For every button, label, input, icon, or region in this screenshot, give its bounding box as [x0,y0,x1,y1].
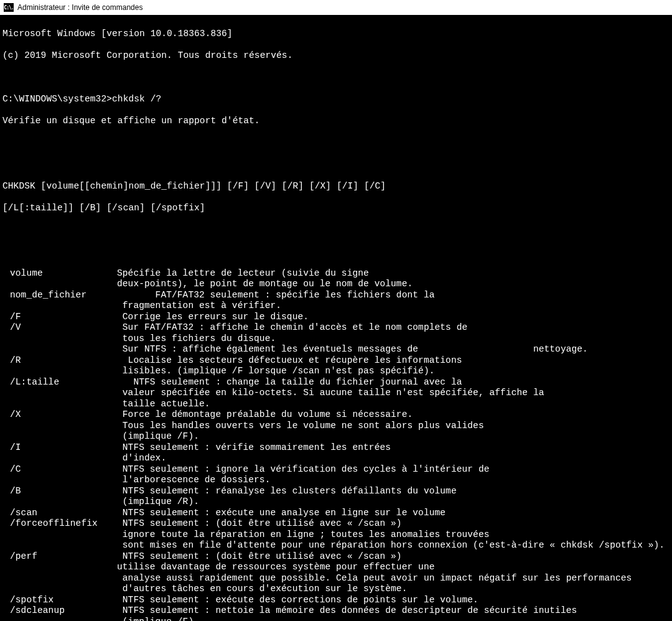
option-key: /sdcleanup [2,605,117,617]
option-description: lisibles. (implique /F lorsque /scan n'e… [117,366,670,377]
version-line: Microsoft Windows [version 10.0.18363.83… [2,29,670,40]
option-key [2,617,117,622]
option-description: sont mises en file d'attente pour une ré… [117,540,670,551]
option-key [2,388,117,399]
option-description: (implique /R). [117,497,670,508]
terminal-output[interactable]: Microsoft Windows [version 10.0.18363.83… [0,15,672,621]
blank-line [2,246,670,258]
option-description: deux-points), le point de montage ou le … [117,279,670,290]
option-key: /R [2,355,117,367]
option-key [2,366,117,377]
option-key: /L:taille [2,377,117,388]
option-key [2,301,117,312]
option-key [2,475,117,486]
option-description: analyse aussi rapidement que possible. C… [117,573,670,584]
option-row: d'index. [2,453,670,464]
option-description: Localise les secteurs défectueux et récu… [117,355,670,367]
option-description: Force le démontage préalable du volume s… [117,409,670,421]
option-row: ignore toute la réparation en ligne ; to… [2,530,670,541]
option-key [2,344,117,355]
option-description: Sur NTFS : affiche également les éventue… [117,344,670,355]
option-row: l'arborescence de dossiers. [2,475,670,486]
option-row: analyse aussi rapidement que possible. C… [2,573,670,584]
option-description: (implique /F). [117,431,670,442]
option-row: lisibles. (implique /F lorsque /scan n'e… [2,366,670,377]
option-description: NTFS seulement : change la taille du fic… [117,377,670,388]
option-row: deux-points), le point de montage ou le … [2,279,670,290]
option-description: Spécifie la lettre de lecteur (suivie du… [117,268,670,279]
option-description: FAT/FAT32 seulement : spécifie les fichi… [117,290,670,301]
option-key: nom_de_fichier [2,290,117,301]
option-row: fragmentation est à vérifier. [2,301,670,312]
option-key [2,453,117,464]
option-row: /X Force le démontage préalable du volum… [2,409,670,421]
option-row: d'autres tâches en cours d'exécution sur… [2,584,670,595]
option-key: /scan [2,508,117,519]
option-key [2,562,117,573]
option-row: nom_de_fichier FAT/FAT32 seulement : spé… [2,290,670,301]
option-row: /R Localise les secteurs défectueux et r… [2,355,670,367]
option-description: d'index. [117,453,670,464]
option-row: /forceofflinefix NTFS seulement : (doit … [2,518,670,530]
option-description: d'autres tâches en cours d'exécution sur… [117,584,670,595]
option-row: (implique /R). [2,497,670,508]
option-key: /F [2,312,117,323]
window-titlebar[interactable]: C:\. Administrateur : Invite de commande… [0,0,672,15]
options-list: volumeSpécifie la lettre de lecteur (sui… [2,268,670,622]
option-row: volumeSpécifie la lettre de lecteur (sui… [2,268,670,279]
option-row: /perf NTFS seulement : (doit être utilis… [2,551,670,563]
blank-line [2,159,670,170]
option-row: sont mises en file d'attente pour une ré… [2,540,670,551]
option-description: tous les fichiers du disque. [117,334,670,345]
option-row: /B NTFS seulement : réanalyse les cluste… [2,486,670,497]
option-key [2,431,117,442]
option-key: /forceofflinefix [2,518,117,530]
option-description: utilise davantage de ressources système … [117,562,670,573]
option-key [2,279,117,290]
syntax-line: CHKDSK [volume[[chemin]nom_de_fichier]]]… [2,181,670,192]
option-row: /scan NTFS seulement : exécute une analy… [2,508,670,519]
option-row: /spotfix NTFS seulement : exécute des co… [2,595,670,606]
cmd-icon: C:\. [4,3,14,12]
option-description: NTFS seulement : réanalyse les clusters … [117,486,670,497]
option-description: NTFS seulement : vérifie sommairement le… [117,442,670,454]
window-title: Administrateur : Invite de commandes [17,3,142,12]
option-description: NTFS seulement : nettoie la mémoire des … [117,605,670,617]
option-key [2,421,117,432]
option-description: (implique /F). [117,617,670,622]
option-key [2,399,117,410]
option-row: valeur spécifiée en kilo-octets. Si aucu… [2,388,670,399]
option-description: NTFS seulement : ignore la vérification … [117,464,670,475]
option-key: /perf [2,551,117,563]
option-row: /I NTFS seulement : vérifie sommairement… [2,442,670,454]
description-line: Vérifie un disque et affiche un rapport … [2,116,670,127]
option-description: taille actuelle. [117,399,670,410]
option-row: Sur NTFS : affiche également les éventue… [2,344,670,355]
option-description: Corrige les erreurs sur le disque. [117,312,670,323]
option-description: Sur FAT/FAT32 : affiche le chemin d'accè… [117,322,670,334]
copyright-line: (c) 2019 Microsoft Corporation. Tous dro… [2,50,670,62]
blank-line [2,72,670,83]
syntax-line: [/L[:taille]] [/B] [/scan] [/spotfix] [2,203,670,214]
option-description: ignore toute la réparation en ligne ; to… [117,530,670,541]
blank-line [2,225,670,236]
option-row: /L:taille NTFS seulement : change la tai… [2,377,670,388]
option-row: taille actuelle. [2,399,670,410]
option-row: (implique /F). [2,431,670,442]
option-key: /spotfix [2,595,117,606]
option-description: fragmentation est à vérifier. [117,301,670,312]
option-description: NTFS seulement : (doit être utilisé avec… [117,551,670,563]
option-key [2,573,117,584]
option-row: utilise davantage de ressources système … [2,562,670,573]
option-description: Tous les handles ouverts vers le volume … [117,421,670,432]
option-key: /B [2,486,117,497]
option-key: /I [2,442,117,454]
option-row: /V Sur FAT/FAT32 : affiche le chemin d'a… [2,322,670,334]
option-key [2,497,117,508]
option-description: NTFS seulement : exécute une analyse en … [117,508,670,519]
option-description: l'arborescence de dossiers. [117,475,670,486]
option-key [2,584,117,595]
option-description: valeur spécifiée en kilo-octets. Si aucu… [117,388,670,399]
option-key: /X [2,409,117,421]
prompt-line: C:\WINDOWS\system32>chkdsk /? [2,94,670,105]
